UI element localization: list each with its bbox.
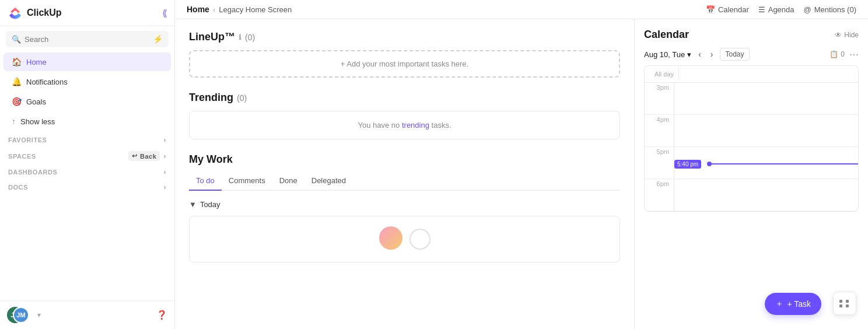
calendar-next-button[interactable]: ›: [708, 48, 716, 60]
collapse-sidebar-button[interactable]: ⟪: [162, 8, 167, 19]
calendar-grid: All day 3pm 4pm 5pm: [644, 65, 859, 212]
task-outline-icon: [410, 229, 430, 250]
center-content: LineUp™ ℹ (0) + Add your most important …: [175, 19, 635, 329]
current-time-dot: [707, 162, 712, 166]
spaces-label: SPACES: [8, 153, 36, 160]
apps-button[interactable]: [833, 292, 856, 315]
help-icon[interactable]: ❓: [156, 310, 167, 320]
breadcrumb-legacy[interactable]: Legacy Home Screen: [219, 5, 292, 14]
lineup-info-icon[interactable]: ℹ: [239, 33, 242, 41]
calendar-time-slots: 3pm 4pm 5pm: [645, 83, 858, 211]
task-gradient-icon: [379, 226, 402, 250]
eye-icon: 👁: [835, 31, 842, 39]
avatar-dropdown[interactable]: ▾: [37, 311, 41, 319]
calendar-label: Calendar: [718, 5, 749, 14]
tab-comments[interactable]: Comments: [222, 173, 272, 190]
slot-area-4pm: [674, 115, 858, 146]
sidebar-header: ClickUp ⟪: [0, 0, 174, 26]
sidebar-item-notifications[interactable]: 🔔 Notifications: [4, 72, 171, 91]
time-slot-5pm: 5pm 5:40 pm: [645, 147, 858, 179]
sidebar-item-show-less[interactable]: ↑ Show less: [4, 112, 171, 131]
target-icon: 🎯: [12, 97, 22, 106]
tab-done[interactable]: Done: [272, 173, 304, 190]
search-input[interactable]: [24, 35, 149, 44]
main-area: Home ‹ Legacy Home Screen 📅 Calendar ☰ A…: [175, 0, 868, 329]
my-work-tabs: To do Comments Done Delegated: [189, 173, 620, 191]
current-time-label-wrapper: 5:40 pm: [674, 160, 709, 169]
trending-link[interactable]: trending: [402, 121, 429, 130]
time-label-4pm: 4pm: [645, 115, 674, 146]
current-time-indicator: 5:40 pm: [674, 160, 858, 169]
spaces-back-tag[interactable]: ↩ Back: [128, 151, 160, 161]
section-spaces[interactable]: SPACES ↩ Back ›: [0, 146, 174, 163]
avatar-secondary: JM: [13, 307, 29, 323]
add-task-box[interactable]: + Add your most important tasks here.: [189, 50, 620, 78]
back-label: Back: [140, 153, 157, 160]
all-day-row: All day: [645, 66, 858, 83]
lineup-badge: (0): [245, 33, 255, 42]
dashboards-label: DASHBOARDS: [8, 169, 57, 176]
slot-area-6pm: [674, 179, 858, 211]
agenda-icon: ☰: [758, 5, 765, 14]
sidebar-footer: JM JM ▾ ❓: [0, 300, 174, 329]
arrow-up-icon: ↑: [12, 117, 16, 126]
trending-empty-text: You have no trending tasks.: [358, 121, 452, 130]
calendar-hide-button[interactable]: 👁 Hide: [835, 31, 859, 39]
back-arrow-icon: ↩: [132, 152, 138, 160]
hide-label: Hide: [844, 31, 859, 39]
time-label-3pm: 3pm: [645, 83, 674, 114]
agenda-view-button[interactable]: ☰ Agenda: [758, 5, 794, 14]
avatar-area[interactable]: JM JM ▾: [7, 307, 41, 323]
sidebar-item-home[interactable]: 🏠 Home: [4, 52, 171, 71]
section-favorites[interactable]: FAVORITES ›: [0, 131, 174, 146]
calendar-view-button[interactable]: 📅 Calendar: [706, 5, 749, 14]
plus-icon: ＋: [775, 299, 783, 309]
today-chevron[interactable]: ▼: [189, 200, 197, 209]
trending-badge: (0): [237, 93, 247, 103]
all-day-label: All day: [649, 71, 678, 78]
header-actions: 📅 Calendar ☰ Agenda @ Mentions (0): [706, 5, 856, 14]
calendar-today-button[interactable]: Today: [720, 48, 749, 61]
tab-delegated[interactable]: Delegated: [304, 173, 353, 190]
favorites-label: FAVORITES: [8, 136, 47, 144]
home-icon: 🏠: [12, 57, 22, 66]
tab-todo[interactable]: To do: [189, 173, 222, 190]
section-dashboards[interactable]: DASHBOARDS ›: [0, 163, 174, 178]
search-bar[interactable]: 🔍 ⚡: [6, 31, 169, 47]
mentions-button[interactable]: @ Mentions (0): [804, 5, 856, 14]
breadcrumb-separator: ‹: [213, 5, 215, 14]
slot-area-5pm: 5:40 pm: [674, 147, 858, 178]
date-dropdown-icon: ▾: [687, 50, 691, 59]
breadcrumb-home: Home: [187, 5, 209, 14]
search-icon: 🔍: [12, 35, 21, 44]
logo-area: ClickUp: [7, 5, 62, 21]
calendar-title: Calendar: [644, 29, 689, 41]
current-time-label: 5:40 pm: [674, 160, 701, 169]
add-task-fab[interactable]: ＋ + Task: [765, 293, 821, 315]
time-label-5pm: 5pm: [645, 147, 674, 178]
sidebar-goals-label: Goals: [26, 97, 46, 106]
trending-empty-box: You have no trending tasks.: [189, 111, 620, 139]
task-fab-label: + Task: [787, 299, 811, 309]
task-area: [189, 216, 620, 262]
slot-area-3pm: [674, 83, 858, 114]
calendar-date-text: Aug 10, Tue: [644, 50, 685, 59]
apps-grid-icon: [839, 300, 850, 307]
calendar-count: 📋 0: [830, 50, 845, 58]
sidebar-item-goals[interactable]: 🎯 Goals: [4, 92, 171, 111]
at-icon: @: [804, 5, 811, 14]
calendar-date-label[interactable]: Aug 10, Tue ▾: [644, 50, 691, 59]
section-docs[interactable]: DOCS ›: [0, 178, 174, 194]
task-icons: [379, 226, 430, 250]
time-slot-6pm: 6pm: [645, 179, 858, 211]
favorites-chevron: ›: [163, 136, 166, 144]
calendar-icon: 📅: [706, 5, 715, 14]
agenda-label: Agenda: [768, 5, 794, 14]
calendar-more-button[interactable]: ⋯: [849, 49, 859, 60]
calendar-prev-button[interactable]: ‹: [696, 48, 704, 60]
docs-label: DOCS: [8, 184, 28, 191]
time-label-6pm: 6pm: [645, 179, 674, 211]
app-name: ClickUp: [27, 8, 62, 18]
calendar-count-value: 0: [841, 50, 845, 58]
sidebar-home-label: Home: [26, 58, 47, 66]
